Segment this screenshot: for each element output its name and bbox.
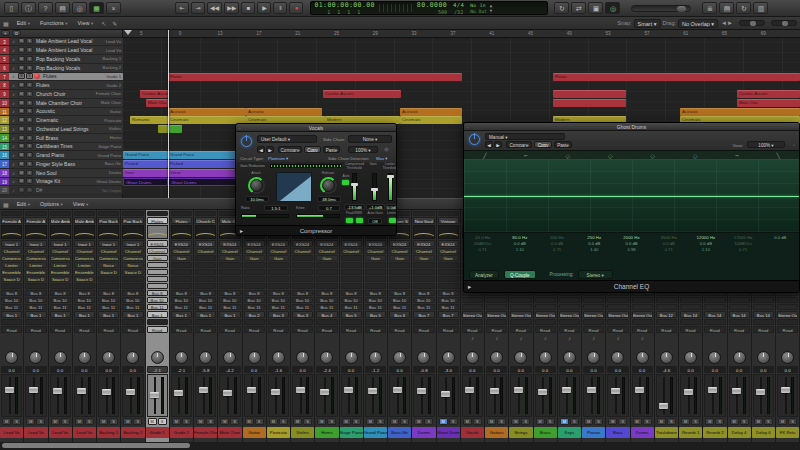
fader-cap[interactable] bbox=[344, 387, 353, 393]
insert-slot[interactable] bbox=[25, 283, 46, 289]
solo-button[interactable]: S bbox=[691, 418, 700, 425]
track-header-row[interactable]: 19 ♪ M S Vintage Kit Ghost Drums bbox=[0, 178, 123, 187]
mixer-menu-edit[interactable]: Edit ▾ bbox=[17, 201, 30, 207]
insert-slot[interactable]: Gain bbox=[171, 255, 192, 261]
fader-cap[interactable] bbox=[174, 390, 183, 396]
insert-slot[interactable]: Channel EQ bbox=[1, 248, 22, 254]
automation-slot[interactable]: Read bbox=[268, 326, 289, 333]
insert-slot[interactable] bbox=[316, 283, 337, 289]
automation-slot[interactable]: Read bbox=[704, 326, 725, 333]
fader[interactable] bbox=[341, 374, 362, 417]
volume-value[interactable]: -4.6 bbox=[656, 366, 677, 373]
analyzer-button[interactable]: Analyzer bbox=[469, 270, 499, 279]
volume-value[interactable]: 0.0 bbox=[486, 366, 507, 373]
input-slot[interactable]: EXS24 bbox=[438, 240, 459, 247]
fader[interactable] bbox=[632, 374, 653, 417]
insert-slot[interactable] bbox=[413, 283, 434, 289]
arrange-menu-view[interactable]: View ▾ bbox=[78, 20, 94, 26]
send-slot[interactable]: Bus 10 bbox=[413, 297, 434, 303]
mute-button[interactable]: M bbox=[754, 418, 763, 425]
insert-slot[interactable]: Space D bbox=[50, 276, 71, 282]
strip-label[interactable]: Delay 4 bbox=[728, 427, 751, 438]
send-slot[interactable] bbox=[704, 297, 725, 303]
next-preset-button[interactable]: ▶ bbox=[494, 141, 502, 148]
pan-knob[interactable] bbox=[272, 351, 285, 364]
track-mute-button[interactable]: M bbox=[18, 135, 25, 141]
region[interactable]: Cosmic Ascent bbox=[323, 90, 401, 98]
output-slot[interactable]: Bus 3 bbox=[292, 311, 313, 318]
vertical-zoom-slider[interactable] bbox=[771, 20, 797, 26]
region[interactable]: Grand Piano bbox=[123, 151, 168, 159]
region[interactable]: Cinematic bbox=[168, 116, 246, 124]
insert-slot[interactable]: Channel EQ bbox=[219, 248, 240, 254]
automation-slot[interactable]: Read bbox=[292, 326, 313, 333]
automation-slot[interactable]: Read bbox=[122, 326, 143, 333]
sidebar-toggle-icon[interactable]: ⟐ bbox=[384, 146, 389, 153]
group-slot[interactable] bbox=[147, 319, 168, 325]
solo-button[interactable]: S bbox=[206, 418, 215, 425]
track-solo-button[interactable]: S bbox=[26, 73, 33, 79]
output-slot[interactable]: Bus 3 bbox=[268, 311, 289, 318]
output-slot[interactable]: Bus 1 bbox=[50, 311, 71, 318]
channel-strip[interactable]: Vintage EXS24 Channel EQGain Bus 8Bus 10… bbox=[437, 210, 461, 442]
insert-slot[interactable] bbox=[244, 269, 265, 275]
insert-slot[interactable] bbox=[341, 255, 362, 261]
master-volume-slider[interactable] bbox=[631, 5, 691, 12]
input-slot[interactable]: EXS24 bbox=[365, 240, 386, 247]
mute-button[interactable]: M bbox=[99, 418, 108, 425]
fader[interactable] bbox=[147, 374, 168, 417]
output-slot[interactable]: Stereo Out bbox=[510, 311, 531, 318]
group-slot[interactable] bbox=[316, 319, 337, 325]
track-mute-button[interactable]: M bbox=[18, 82, 25, 88]
makeup-gain-slider[interactable] bbox=[372, 173, 377, 201]
eq-band-column[interactable]: 0.0 dB bbox=[762, 233, 799, 266]
output-slot[interactable]: Bus 1 bbox=[25, 311, 46, 318]
mute-button[interactable]: M bbox=[26, 418, 35, 425]
strip-label[interactable]: Pianos bbox=[582, 427, 605, 438]
send-slot[interactable]: Bus 10 bbox=[292, 297, 313, 303]
loop-browser-icon[interactable]: ↻ bbox=[736, 2, 751, 14]
strip-name[interactable]: Male Amb bbox=[50, 217, 71, 224]
channel-strip[interactable]: Male Amb Input 1 Channel EQCompressorLim… bbox=[49, 210, 73, 442]
h-zoom-thumb[interactable] bbox=[750, 21, 756, 26]
pan-knob[interactable] bbox=[248, 351, 261, 364]
fader[interactable] bbox=[583, 374, 604, 417]
pan-knob[interactable] bbox=[660, 351, 673, 364]
strip-setting-slot[interactable] bbox=[171, 211, 192, 216]
solo-button[interactable]: S bbox=[255, 418, 264, 425]
input-slot[interactable]: EXS24 bbox=[171, 240, 192, 247]
fader[interactable] bbox=[316, 374, 337, 417]
eq-band-q[interactable]: 1.40 bbox=[576, 247, 613, 253]
fader[interactable] bbox=[462, 374, 483, 417]
library-icon[interactable]: ▯ bbox=[4, 2, 19, 14]
channel-strip[interactable]: Female A Input 1 Channel EQCompressorLim… bbox=[0, 210, 24, 442]
send-slot[interactable]: Bus 11 bbox=[316, 304, 337, 310]
track-header-row[interactable]: 11 ♪ M S Acoustic Guitar bbox=[0, 108, 123, 117]
mute-button[interactable]: M bbox=[342, 418, 351, 425]
solo-button[interactable]: S bbox=[788, 418, 797, 425]
send-slot[interactable]: Bus 11 bbox=[268, 304, 289, 310]
send-slot[interactable]: Bus 11 bbox=[341, 304, 362, 310]
send-slot[interactable] bbox=[462, 304, 483, 310]
automation-slot[interactable]: Read bbox=[559, 326, 580, 333]
lcd-display[interactable]: 01:00:00:00.00 1 1 1 1 80.0000 500 4/4 /… bbox=[310, 1, 548, 15]
mixer-menu-view[interactable]: View ▾ bbox=[73, 201, 89, 207]
send-slot[interactable]: Bus 10 bbox=[341, 297, 362, 303]
strip-label[interactable]: Drums bbox=[631, 427, 654, 438]
send-slot[interactable] bbox=[607, 297, 628, 303]
send-slot[interactable] bbox=[607, 304, 628, 310]
track-header-row[interactable]: 13 ♪ M S Orchestral Lead Strings Violins bbox=[0, 125, 123, 134]
track-solo-button[interactable]: S bbox=[26, 47, 33, 53]
eq-band-q[interactable]: 0.71 bbox=[464, 247, 501, 253]
insert-slot[interactable] bbox=[389, 283, 410, 289]
input-slot[interactable]: Input 1 bbox=[1, 240, 22, 247]
strip-label[interactable]: Reverb 2 bbox=[703, 427, 726, 438]
window-size-dropdown[interactable]: 100% ▾ bbox=[348, 146, 378, 153]
channel-strip[interactable]: Female A Input 1 Channel EQCompressorLim… bbox=[24, 210, 48, 442]
fader[interactable] bbox=[777, 374, 798, 417]
insert-slot[interactable] bbox=[365, 283, 386, 289]
insert-slot[interactable] bbox=[389, 262, 410, 268]
eq-thumbnail[interactable] bbox=[122, 225, 143, 239]
insert-slot[interactable]: Channel EQ bbox=[438, 248, 459, 254]
group-slot[interactable] bbox=[680, 319, 701, 325]
